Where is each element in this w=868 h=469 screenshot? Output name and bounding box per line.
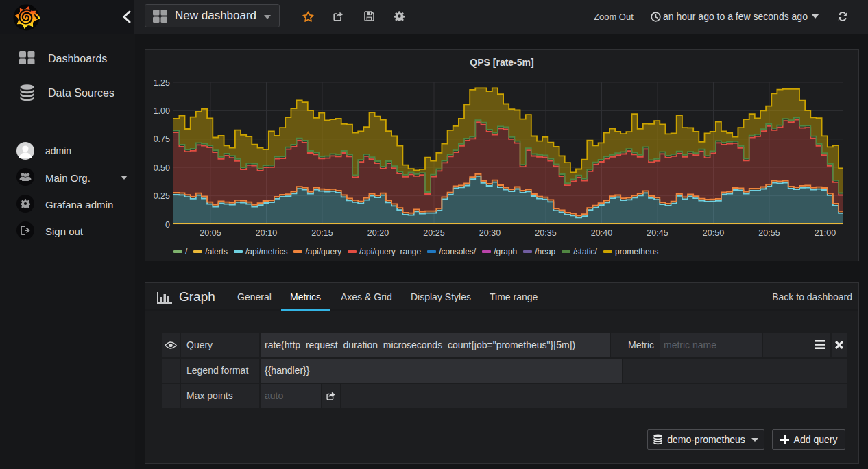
svg-text:20:30: 20:30 [479,228,501,238]
svg-text:20:20: 20:20 [367,228,389,238]
svg-text:20:10: 20:10 [256,228,277,238]
svg-text:0: 0 [165,220,170,230]
svg-text:20:55: 20:55 [758,228,780,238]
svg-text:20:25: 20:25 [423,228,444,238]
svg-text:20:40: 20:40 [591,228,612,238]
svg-text:20:35: 20:35 [535,228,556,238]
svg-text:0.50: 0.50 [154,163,170,173]
svg-text:20:05: 20:05 [200,228,221,238]
svg-text:20:45: 20:45 [647,228,668,238]
svg-text:20:50: 20:50 [703,228,724,238]
svg-text:0.25: 0.25 [154,191,170,201]
svg-text:20:15: 20:15 [311,228,333,238]
svg-text:21:00: 21:00 [815,228,836,238]
svg-text:0.75: 0.75 [154,134,170,144]
svg-text:1.00: 1.00 [154,106,170,116]
svg-text:1.25: 1.25 [154,78,170,88]
